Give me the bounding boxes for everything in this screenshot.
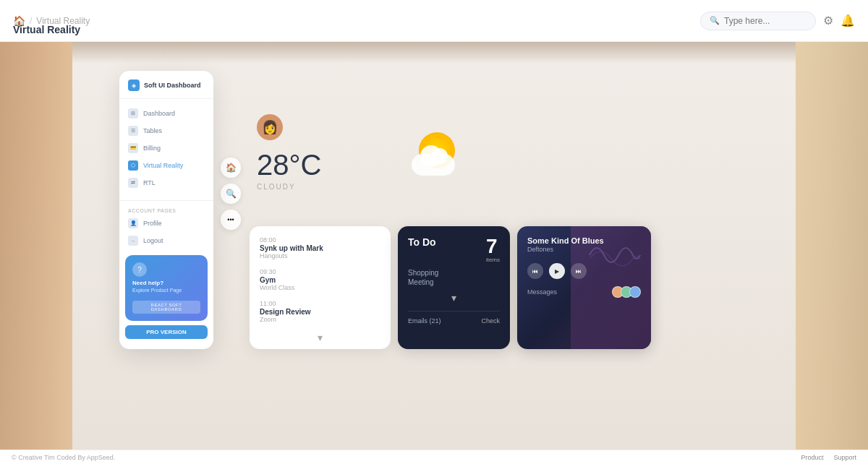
nav-left: 🏠 / Virtual Reality Virtual Reality [13, 14, 700, 27]
sidebar-item-tables[interactable]: ☰ Tables [119, 122, 213, 139]
billing-icon: 💳 [128, 143, 138, 153]
music-footer: Messages [527, 286, 641, 298]
profile-icon: 👤 [128, 218, 138, 228]
sidebar-item-label: Tables [143, 127, 162, 134]
music-title: Some Kind Of Blues [527, 236, 641, 245]
settings-button[interactable]: ⚙ [823, 14, 833, 27]
logout-icon: → [128, 236, 138, 246]
sidebar-item-logout[interactable]: → Logout [119, 232, 213, 249]
brand-icon: ◈ [128, 80, 140, 91]
music-controls: ⏮ ▶ ⏭ [527, 263, 641, 279]
play-button[interactable]: ▶ [549, 263, 565, 279]
sidebar-brand: ◈ Soft UI Dashboard [119, 80, 213, 99]
weather-sun-icon [408, 121, 466, 179]
sched-title-3: Design Review [260, 308, 380, 316]
sidebar-item-label: Logout [143, 237, 163, 244]
sched-sub-3: Zoom [260, 316, 380, 323]
page-title: Virtual Reality [13, 24, 80, 35]
todo-card: To Do 7 items Shopping Meeting ▾ Emails … [398, 226, 510, 349]
avatar-3 [629, 286, 641, 298]
sched-time-3: 11:00 [260, 300, 380, 307]
todo-header: To Do 7 items [408, 236, 500, 263]
home-wall-icon[interactable]: 🏠 [221, 158, 241, 178]
help-icon: ? [132, 262, 147, 277]
messages-label: Messages [527, 288, 557, 296]
weather-temperature: 28°C [257, 149, 321, 181]
todo-count: 7 [486, 236, 500, 257]
nav-right: 🔍 ⚙ 🔔 [700, 12, 855, 30]
bg-ceiling [72, 42, 796, 64]
sidebar-item-label: Virtual Reality [143, 162, 183, 169]
support-link[interactable]: Support [833, 454, 856, 461]
more-wall-icon[interactable]: ••• [221, 210, 241, 230]
sidebar-item-billing[interactable]: 💳 Billing [119, 139, 213, 157]
sidebar-divider [119, 200, 213, 201]
schedule-item: 09:30 Gym World Class [260, 268, 380, 291]
music-card: Some Kind Of Blues Deftones ⏮ ▶ ⏭ Messag… [517, 226, 651, 349]
sidebar-item-label: Profile [143, 220, 162, 227]
search-icon: 🔍 [710, 16, 720, 25]
sidebar-item-label: Dashboard [143, 110, 175, 117]
todo-title: To Do [408, 236, 436, 248]
help-desc: Explore Product Page [132, 288, 200, 293]
tables-icon: ☰ [128, 126, 138, 136]
dashboard-icon: ⊞ [128, 108, 138, 119]
account-section-label: ACCOUNT PAGES [119, 204, 213, 215]
cards-row: 08:00 Synk up with Mark Hangouts 09:30 G… [250, 226, 651, 349]
rtl-icon: ⇄ [128, 178, 138, 188]
todo-email-label: Emails (21) [408, 317, 441, 325]
sidebar-item-virtual-reality[interactable]: ⬡ Virtual Reality [119, 157, 213, 174]
page-footer: © Creative Tim Coded By AppSeed. Product… [0, 450, 868, 464]
sidebar-item-rtl[interactable]: ⇄ RTL [119, 174, 213, 192]
search-box[interactable]: 🔍 [700, 12, 816, 30]
footer-links: Product Support [801, 454, 856, 461]
wall-icons: 🏠 🔍 ••• [221, 158, 241, 230]
sched-time-1: 08:00 [260, 236, 380, 244]
sched-sub-2: World Class [260, 284, 380, 291]
message-avatars [612, 286, 641, 298]
sched-title-2: Gym [260, 276, 380, 284]
next-button[interactable]: ⏭ [571, 263, 587, 279]
sidebar-item-label: Billing [143, 145, 161, 152]
todo-check-button[interactable]: Check [481, 317, 500, 325]
weather-condition: CLOUDY [257, 183, 321, 191]
footer-copyright: © Creative Tim Coded By AppSeed. [12, 454, 115, 461]
search-wall-icon[interactable]: 🔍 [221, 184, 241, 204]
sidebar-item-dashboard[interactable]: ⊞ Dashboard [119, 105, 213, 122]
sched-sub-1: Hangouts [260, 252, 380, 259]
todo-footer: Emails (21) Check [408, 311, 500, 325]
sched-title-1: Synk up with Mark [260, 244, 380, 252]
todo-task: Meeting [408, 278, 500, 286]
sidebar-item-label: RTL [143, 179, 156, 186]
prev-button[interactable]: ⏮ [527, 263, 543, 279]
sidebar-panel: ◈ Soft UI Dashboard ⊞ Dashboard ☰ Tables… [119, 71, 213, 349]
help-title: Need help? [132, 280, 200, 286]
help-button[interactable]: React Soft Dashboard [132, 301, 200, 314]
vr-icon: ⬡ [128, 160, 138, 171]
brand-name: Soft UI Dashboard [144, 82, 201, 89]
weather-widget: 👩 28°C CLOUDY [257, 114, 321, 191]
todo-expand-button[interactable]: ▾ [408, 292, 500, 304]
notifications-button[interactable]: 🔔 [841, 14, 855, 27]
todo-task: Shopping [408, 269, 500, 277]
weather-avatar: 👩 [257, 114, 283, 140]
schedule-item: 08:00 Synk up with Mark Hangouts [260, 236, 380, 259]
help-card: ? Need help? Explore Product Page React … [125, 255, 208, 321]
sidebar-nav: ⊞ Dashboard ☰ Tables 💳 Billing ⬡ Virtual… [119, 99, 213, 197]
sidebar-item-profile[interactable]: 👤 Profile [119, 215, 213, 232]
top-navigation: 🏠 / Virtual Reality Virtual Reality 🔍 ⚙ … [0, 0, 868, 42]
todo-tasks: Shopping Meeting [408, 269, 500, 286]
todo-items-label: items [486, 257, 500, 263]
schedule-item: 11:00 Design Review Zoom [260, 300, 380, 323]
schedule-more-button[interactable]: ▾ [260, 332, 380, 343]
schedule-card: 08:00 Synk up with Mark Hangouts 09:30 G… [250, 226, 391, 349]
music-artist: Deftones [527, 246, 641, 253]
sched-time-2: 09:30 [260, 268, 380, 275]
pro-version-button[interactable]: PRO VERSION [125, 325, 208, 339]
product-link[interactable]: Product [801, 454, 823, 461]
search-input[interactable] [724, 16, 804, 26]
main-area: ◈ Soft UI Dashboard ⊞ Dashboard ☰ Tables… [0, 42, 868, 450]
